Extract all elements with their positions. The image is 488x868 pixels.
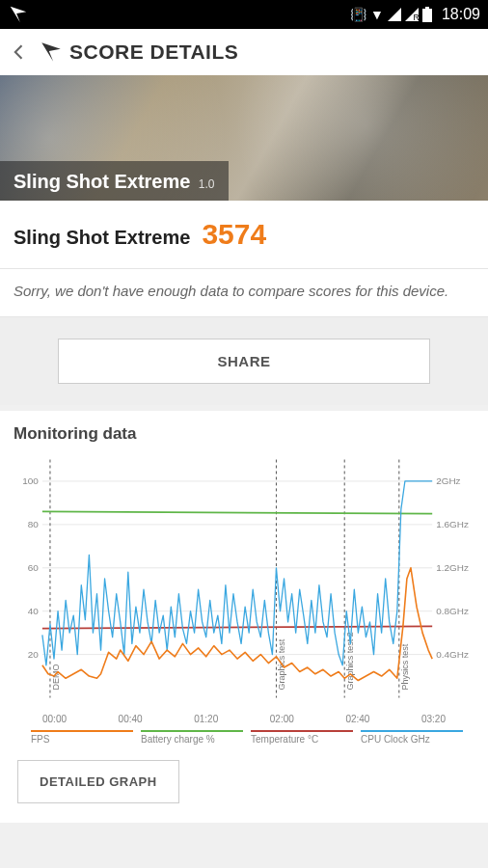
- monitoring-title: Monitoring data: [14, 424, 474, 444]
- svg-text:20: 20: [28, 649, 40, 660]
- status-right: 📳 ▼ R 18:09: [350, 6, 480, 23]
- app-header: SCORE DETAILS: [0, 29, 488, 75]
- monitoring-chart: 204060801000.4GHz0.8GHz1.2GHz1.6GHz2GHzD…: [14, 453, 474, 704]
- chart-x-axis: 00:0000:4001:2002:0002:4003:20: [14, 712, 474, 730]
- clock: 18:09: [442, 6, 480, 23]
- legend-item: Temperature °C: [251, 730, 353, 745]
- svg-text:40: 40: [28, 606, 40, 616]
- test-name: Sling Shot Extreme: [14, 227, 190, 249]
- chart-svg: 204060801000.4GHz0.8GHz1.2GHz1.6GHz2GHzD…: [14, 453, 474, 704]
- page-title: SCORE DETAILS: [69, 41, 238, 64]
- share-section: SHARE: [0, 317, 488, 405]
- share-button[interactable]: SHARE: [58, 339, 430, 384]
- signal-1-icon: [388, 8, 401, 21]
- svg-text:1.2GHz: 1.2GHz: [436, 562, 469, 573]
- hero-banner: Sling Shot Extreme 1.0: [0, 75, 488, 201]
- svg-text:Physics test: Physics test: [400, 643, 410, 690]
- legend-item: CPU Clock GHz: [361, 730, 463, 745]
- svg-text:0.4GHz: 0.4GHz: [436, 649, 469, 660]
- legend-item: FPS: [31, 730, 133, 745]
- svg-rect-1: [422, 9, 432, 22]
- battery-icon: [422, 7, 432, 22]
- hero-title: Sling Shot Extreme: [14, 171, 190, 192]
- monitoring-card: Monitoring data 204060801000.4GHz0.8GHz1…: [0, 411, 488, 823]
- chart-legend: FPSBattery charge %Temperature °CCPU Clo…: [14, 730, 474, 745]
- hero-version: 1.0: [199, 177, 215, 191]
- svg-text:0.8GHz: 0.8GHz: [436, 606, 469, 616]
- svg-text:80: 80: [28, 519, 40, 529]
- hero-overlay: Sling Shot Extreme 1.0: [0, 161, 229, 201]
- svg-text:R: R: [413, 13, 419, 21]
- app-notification-icon: [8, 4, 29, 25]
- status-left: [8, 4, 29, 25]
- svg-text:60: 60: [28, 562, 40, 573]
- android-status-bar: 📳 ▼ R 18:09: [0, 0, 488, 29]
- score-row: Sling Shot Extreme 3574: [0, 201, 488, 269]
- svg-text:2GHz: 2GHz: [436, 475, 460, 486]
- test-score: 3574: [202, 218, 266, 251]
- svg-rect-2: [425, 7, 429, 9]
- compare-message: Sorry, we don't have enough data to comp…: [0, 269, 488, 317]
- wifi-icon: ▼: [370, 8, 384, 21]
- signal-2-icon: R: [405, 8, 419, 21]
- vibrate-icon: 📳: [350, 8, 366, 21]
- svg-text:1.6GHz: 1.6GHz: [436, 519, 469, 529]
- detailed-graph-button[interactable]: DETAILED GRAPH: [17, 760, 179, 803]
- back-icon[interactable]: [10, 42, 29, 62]
- svg-text:DEMO: DEMO: [51, 665, 61, 691]
- legend-item: Battery charge %: [141, 730, 243, 745]
- svg-text:100: 100: [22, 475, 39, 486]
- app-logo-icon: [39, 40, 64, 65]
